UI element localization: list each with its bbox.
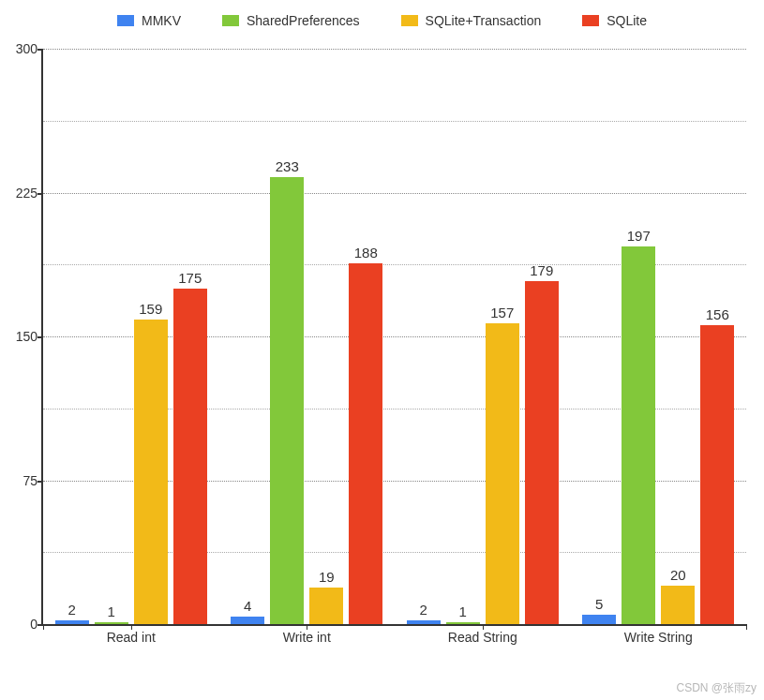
- bar-value: 19: [319, 569, 335, 588]
- legend-item-sqlite-transaction: SQLite+Transaction: [401, 13, 542, 28]
- bar-value: 1: [459, 603, 467, 622]
- bar-value: 159: [139, 301, 162, 320]
- bar-value: 20: [670, 567, 686, 586]
- bar-sqlite: 188: [349, 263, 382, 624]
- x-tick-mark: [746, 624, 747, 630]
- bar-sqlite: 179: [525, 281, 559, 624]
- bar-sqlite: 175: [173, 289, 207, 624]
- bar-sqlite-transaction: 20: [661, 586, 695, 624]
- bars-row: 5 197 20 156: [571, 49, 747, 624]
- bar-groups: 2 1 159 175 Read int 4 233 19 188 Write …: [43, 49, 746, 624]
- legend-label: SQLite: [607, 13, 647, 28]
- chart-area: 0 75 150 225 300 2 1 159 175: [41, 49, 746, 648]
- bar-sqlite-transaction: 159: [134, 320, 168, 624]
- bars-row: 4 233 19 188: [219, 49, 396, 624]
- legend-swatch-icon: [117, 15, 134, 26]
- legend-item-sqlite: SQLite: [582, 13, 647, 28]
- legend-item-sharedpreferences: SharedPreferences: [222, 13, 360, 28]
- bar-mmkv: 2: [55, 620, 89, 624]
- watermark-text: CSDN @张雨zy: [676, 680, 757, 696]
- group-read-int: 2 1 159 175 Read int: [43, 49, 219, 624]
- bar-value: 175: [178, 270, 202, 289]
- legend-swatch-icon: [401, 15, 418, 26]
- bar-value: 4: [244, 598, 251, 617]
- bar-value: 2: [68, 602, 76, 620]
- bar-value: 2: [420, 602, 427, 620]
- bar-sharedpreferences: 197: [622, 246, 655, 624]
- bar-value: 1: [108, 603, 115, 622]
- legend-label: SharedPreferences: [247, 13, 360, 28]
- legend-swatch-icon: [222, 15, 239, 26]
- x-tick-mark: [131, 624, 132, 630]
- bars-row: 2 1 157 179: [395, 49, 571, 624]
- x-tick-label: Write String: [624, 624, 693, 645]
- bar-value: 5: [595, 596, 603, 615]
- bar-mmkv: 4: [231, 617, 264, 624]
- bar-value: 197: [627, 228, 651, 246]
- bar-value: 156: [706, 306, 729, 325]
- x-tick-mark: [483, 624, 484, 630]
- chart-legend: MMKV SharedPreferences SQLite+Transactio…: [0, 0, 764, 37]
- legend-item-mmkv: MMKV: [117, 13, 181, 28]
- bar-mmkv: 5: [582, 615, 616, 624]
- legend-swatch-icon: [582, 15, 599, 26]
- bar-value: 179: [530, 262, 553, 281]
- bar-value: 157: [490, 305, 514, 323]
- bar-mmkv: 2: [407, 620, 441, 624]
- x-tick-mark: [307, 624, 307, 630]
- x-tick-mark: [43, 624, 44, 630]
- bar-sqlite-transaction: 19: [309, 588, 343, 624]
- group-read-string: 2 1 157 179 Read String: [395, 49, 571, 624]
- bar-sharedpreferences: 233: [270, 177, 304, 624]
- bar-sqlite-transaction: 157: [486, 323, 519, 624]
- group-write-int: 4 233 19 188 Write int: [219, 49, 396, 624]
- legend-label: SQLite+Transaction: [426, 13, 542, 28]
- bar-sqlite: 156: [700, 325, 734, 624]
- group-write-string: 5 197 20 156 Write String: [571, 49, 747, 624]
- bar-value: 188: [354, 245, 378, 263]
- plot-area: 0 75 150 225 300 2 1 159 175: [41, 49, 746, 626]
- bars-row: 2 1 159 175: [43, 49, 219, 624]
- bar-value: 233: [276, 158, 299, 177]
- legend-label: MMKV: [142, 13, 181, 28]
